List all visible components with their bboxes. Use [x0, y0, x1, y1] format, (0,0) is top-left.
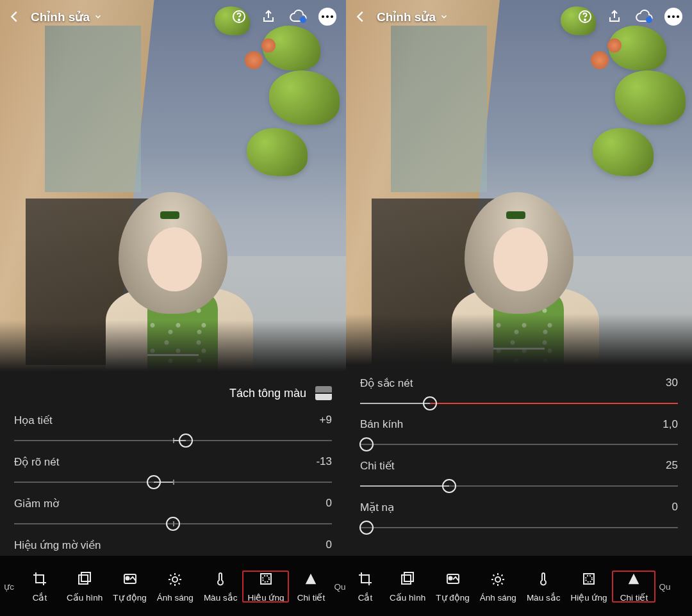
share-icon[interactable]: [258, 6, 279, 28]
slider-label: Độ sắc nét: [360, 377, 413, 390]
thermometer-icon: [212, 571, 229, 587]
top-bar: Chỉnh sửa: [0, 0, 346, 33]
slider-value: 0: [326, 539, 332, 552]
slider-label: Mặt nạ: [360, 501, 394, 514]
slider-value: +9: [320, 414, 332, 427]
bottom-toolbar[interactable]: ực Cắt Cấu hình Tự động Ánh sáng Màu sắc…: [0, 556, 346, 616]
svg-point-12: [646, 17, 652, 23]
profiles-icon: [399, 571, 416, 587]
slider-texture[interactable]: Họa tiết+9: [14, 414, 332, 449]
split-tone-button[interactable]: Tách tông màu: [14, 379, 332, 407]
tool-effects[interactable]: Hiệu ứng: [565, 571, 612, 603]
crop-icon: [31, 571, 48, 587]
tool-effects[interactable]: Hiệu ứng: [242, 571, 289, 603]
slider-label: Chi tiết: [360, 459, 394, 473]
more-icon[interactable]: [317, 6, 338, 28]
slider-dehaze[interactable]: Giảm mờ0: [14, 497, 332, 532]
trunc-right[interactable]: Qu: [655, 582, 673, 592]
cloud-icon[interactable]: [633, 6, 655, 28]
slider-masking[interactable]: Mặt nạ0: [360, 501, 678, 536]
tool-detail[interactable]: Chi tiết: [289, 571, 333, 603]
slider-radius[interactable]: Bán kính1,0: [360, 418, 678, 453]
svg-rect-3: [79, 575, 88, 584]
slider-value: 1,0: [663, 418, 678, 431]
svg-point-9: [263, 576, 269, 582]
slider-detail[interactable]: Chi tiết25: [360, 459, 678, 494]
tool-color[interactable]: Màu sắc: [522, 571, 566, 603]
svg-point-16: [449, 577, 452, 580]
auto-icon: [445, 571, 461, 587]
tool-detail[interactable]: Chi tiết: [612, 571, 655, 603]
svg-rect-4: [81, 572, 90, 581]
app-pane-right: Chỉnh sửa: [346, 0, 692, 616]
svg-point-7: [172, 577, 177, 582]
tool-profile[interactable]: Cấu hình: [384, 571, 431, 603]
slider-value: 25: [666, 459, 678, 473]
sun-icon: [490, 571, 506, 588]
effects-icon: [581, 571, 597, 587]
effects-icon: [258, 571, 274, 587]
page-title-text: Chỉnh sửa: [31, 10, 90, 24]
tool-light[interactable]: Ánh sáng: [475, 571, 522, 603]
back-icon[interactable]: [354, 10, 368, 24]
split-tone-icon: [315, 386, 332, 400]
back-icon[interactable]: [8, 10, 22, 24]
sun-icon: [167, 571, 183, 588]
slider-value: 0: [326, 497, 332, 510]
slider-sharpening[interactable]: Độ sắc nét30: [360, 377, 678, 412]
page-title[interactable]: Chỉnh sửa: [31, 10, 103, 24]
help-icon[interactable]: [228, 6, 250, 28]
thermometer-icon: [535, 571, 552, 587]
slider-clarity[interactable]: Độ rõ nét-13: [14, 455, 332, 490]
auto-icon: [122, 571, 138, 587]
page-title-text: Chỉnh sửa: [377, 10, 436, 24]
more-icon[interactable]: [663, 6, 684, 28]
cloud-icon[interactable]: [287, 6, 309, 28]
slider-value: -13: [316, 455, 332, 469]
tool-light[interactable]: Ánh sáng: [152, 571, 199, 603]
top-bar: Chỉnh sửa: [346, 0, 692, 33]
tool-crop[interactable]: Cắt: [346, 571, 384, 603]
svg-point-19: [586, 576, 592, 582]
share-icon[interactable]: [604, 6, 625, 28]
page-title[interactable]: Chỉnh sửa: [377, 10, 449, 24]
detail-icon: [625, 571, 642, 587]
tool-auto[interactable]: Tự động: [431, 571, 475, 603]
crop-icon: [357, 571, 374, 587]
tool-profile[interactable]: Cấu hình: [62, 571, 108, 603]
split-tone-label: Tách tông màu: [229, 387, 306, 400]
profiles-icon: [76, 571, 93, 587]
svg-point-1: [238, 19, 240, 20]
tool-crop[interactable]: Cắt: [18, 571, 62, 603]
slider-label: Bán kính: [360, 418, 403, 431]
slider-label: Độ rõ nét: [14, 455, 59, 469]
svg-point-11: [584, 19, 586, 20]
detail-icon: [302, 571, 319, 587]
slider-value: 30: [666, 377, 678, 390]
slider-label: Họa tiết: [14, 414, 53, 427]
svg-rect-14: [404, 572, 413, 581]
svg-point-17: [495, 577, 500, 582]
trunc-left[interactable]: ực: [0, 581, 18, 592]
svg-point-6: [126, 577, 129, 580]
tool-auto[interactable]: Tự động: [108, 571, 152, 603]
app-pane-left: Chỉnh sửa: [0, 0, 346, 616]
bottom-toolbar[interactable]: Cắt Cấu hình Tự động Ánh sáng Màu sắc Hi…: [346, 556, 692, 616]
svg-point-2: [300, 17, 306, 23]
photo-preview[interactable]: [346, 0, 692, 365]
help-icon[interactable]: [574, 6, 596, 28]
slider-label: Giảm mờ: [14, 497, 59, 510]
tool-color[interactable]: Màu sắc: [199, 571, 243, 603]
slider-value: 0: [672, 501, 678, 514]
slider-label: Hiệu ứng mờ viền: [14, 539, 101, 552]
photo-preview[interactable]: [0, 0, 346, 371]
svg-rect-13: [402, 575, 411, 584]
